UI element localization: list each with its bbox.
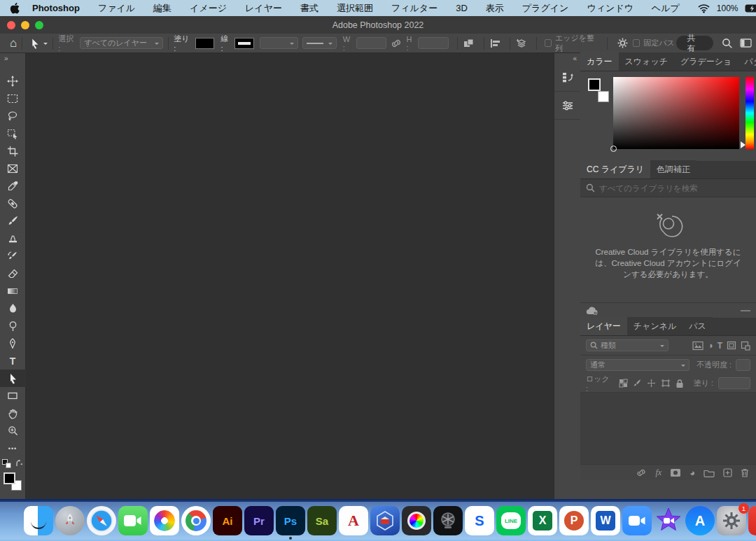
tool-hand[interactable]: [0, 405, 26, 422]
menu-item-help[interactable]: ヘルプ: [652, 2, 680, 15]
tool-history-brush[interactable]: [0, 247, 26, 265]
workspace-switcher-icon[interactable]: [740, 38, 752, 48]
dock-premiere-pro[interactable]: Pr: [244, 506, 274, 535]
fill-color-swatch[interactable]: [195, 38, 215, 49]
dock-illustrator[interactable]: Ai: [213, 506, 242, 535]
cc-search-input[interactable]: [599, 184, 739, 192]
menu-item-select[interactable]: 選択範囲: [337, 2, 373, 15]
cloud-sync-icon[interactable]: [586, 306, 598, 315]
dock-facetime[interactable]: [118, 506, 148, 535]
dock-autocad[interactable]: A: [339, 506, 368, 535]
tab-adjustments[interactable]: 色調補正: [650, 160, 696, 178]
dock-finder[interactable]: [24, 506, 53, 535]
tool-brush[interactable]: [0, 212, 26, 230]
dock-zoom-app[interactable]: [622, 506, 652, 535]
dock-word[interactable]: W: [591, 506, 620, 535]
hue-strip[interactable]: [746, 77, 754, 149]
picker-background-swatch[interactable]: [598, 91, 609, 102]
menu-app-name[interactable]: Photoshop: [32, 3, 80, 13]
menu-item-filter[interactable]: フィルター: [391, 2, 438, 15]
filter-adjustment-layers-icon[interactable]: ◑: [708, 340, 713, 351]
share-button[interactable]: 共有: [676, 36, 713, 50]
saturation-brightness-field[interactable]: [613, 77, 739, 149]
tool-type[interactable]: T: [0, 352, 26, 370]
align-edges-checkbox[interactable]: [545, 39, 552, 47]
menu-item-view[interactable]: 表示: [486, 2, 504, 15]
layers-list-empty[interactable]: [580, 393, 756, 464]
expand-toolbar-icon[interactable]: »: [0, 53, 10, 62]
stroke-color-swatch[interactable]: [234, 38, 254, 49]
new-layer-icon[interactable]: [723, 468, 732, 477]
history-panel-icon[interactable]: [554, 64, 581, 92]
properties-panel-icon[interactable]: [554, 92, 581, 120]
tool-lasso[interactable]: [0, 107, 26, 125]
dock-substance-3d[interactable]: S: [465, 506, 494, 535]
tool-eyedropper[interactable]: [0, 177, 26, 195]
dock-substance-sampler[interactable]: Sa: [307, 506, 337, 535]
tab-paths[interactable]: パス: [682, 317, 713, 335]
tool-spot-healing-brush[interactable]: [0, 195, 26, 212]
path-operations-icon[interactable]: [463, 38, 475, 49]
dock-launchpad[interactable]: [55, 506, 85, 535]
tool-move[interactable]: [0, 72, 26, 90]
dock-disk-speed-app[interactable]: [433, 506, 463, 535]
new-group-icon[interactable]: [704, 468, 715, 477]
tool-more-options[interactable]: •••: [0, 440, 26, 457]
color-field-marker[interactable]: [610, 146, 617, 152]
fill-input[interactable]: [718, 377, 750, 389]
search-icon[interactable]: [722, 38, 733, 49]
link-dimensions-icon[interactable]: [391, 38, 402, 48]
dock-powerpoint[interactable]: P: [559, 506, 589, 535]
swap-colors-icon[interactable]: [15, 460, 23, 468]
foreground-background-swatches[interactable]: [4, 472, 22, 491]
tab-swatches[interactable]: スウォッチ: [619, 52, 674, 71]
select-scope-dropdown[interactable]: すべてのレイヤー: [80, 37, 163, 49]
tool-pen[interactable]: [0, 335, 26, 352]
layer-filter-dropdown[interactable]: 種類: [586, 339, 668, 351]
blend-mode-dropdown[interactable]: 通常: [586, 359, 690, 371]
dock-excel[interactable]: X: [528, 506, 557, 535]
cc-library-search[interactable]: [580, 179, 756, 197]
lock-position-icon[interactable]: [647, 379, 656, 388]
menu-item-file[interactable]: ファイル: [98, 2, 135, 15]
path-alignment-icon[interactable]: [489, 38, 501, 49]
height-input[interactable]: [418, 37, 448, 49]
tab-color[interactable]: カラー: [580, 52, 619, 71]
tool-zoom[interactable]: [0, 422, 26, 440]
add-layer-mask-icon[interactable]: [670, 468, 681, 477]
tab-channels[interactable]: チャンネル: [627, 317, 682, 335]
document-canvas-empty[interactable]: [27, 53, 554, 499]
lock-pixels-icon[interactable]: [633, 379, 642, 388]
width-input[interactable]: [356, 37, 386, 49]
lock-all-icon[interactable]: [676, 379, 684, 388]
stroke-width-dropdown[interactable]: [260, 37, 298, 49]
menu-item-type[interactable]: 書式: [300, 2, 318, 15]
tool-frame[interactable]: [0, 160, 26, 177]
tool-path-selection[interactable]: [0, 370, 26, 387]
tool-gradient[interactable]: [0, 282, 26, 300]
current-tool-icon[interactable]: [30, 38, 48, 49]
gear-icon[interactable]: [617, 37, 629, 49]
dock-imovie[interactable]: [654, 506, 683, 535]
tool-eraser[interactable]: [0, 265, 26, 282]
link-layers-icon[interactable]: [636, 468, 647, 477]
menu-item-image[interactable]: イメージ: [190, 2, 227, 15]
tab-patterns[interactable]: パターン: [738, 52, 756, 71]
tab-gradients[interactable]: グラデーショ: [674, 52, 738, 71]
collapse-panels-icon[interactable]: «: [554, 53, 580, 64]
dock-photoshop[interactable]: Ps: [276, 506, 305, 535]
tool-rectangular-marquee[interactable]: [0, 90, 26, 107]
panel-resize-grip[interactable]: [741, 310, 750, 311]
tool-blur[interactable]: [0, 300, 26, 317]
wifi-icon[interactable]: [698, 3, 710, 13]
dock-safari[interactable]: [87, 506, 116, 535]
tool-rectangle-shape[interactable]: [0, 387, 26, 405]
menu-item-3d[interactable]: 3D: [456, 3, 468, 13]
apple-menu-icon[interactable]: [10, 3, 20, 14]
tab-cc-libraries[interactable]: CC ライブラリ: [580, 160, 650, 178]
new-adjustment-layer-icon[interactable]: ◕: [690, 468, 695, 478]
stroke-type-dropdown[interactable]: [302, 37, 337, 49]
tab-layers[interactable]: レイヤー: [580, 317, 627, 335]
layer-effects-icon[interactable]: fx: [655, 468, 662, 478]
default-colors-icon[interactable]: [2, 459, 11, 468]
